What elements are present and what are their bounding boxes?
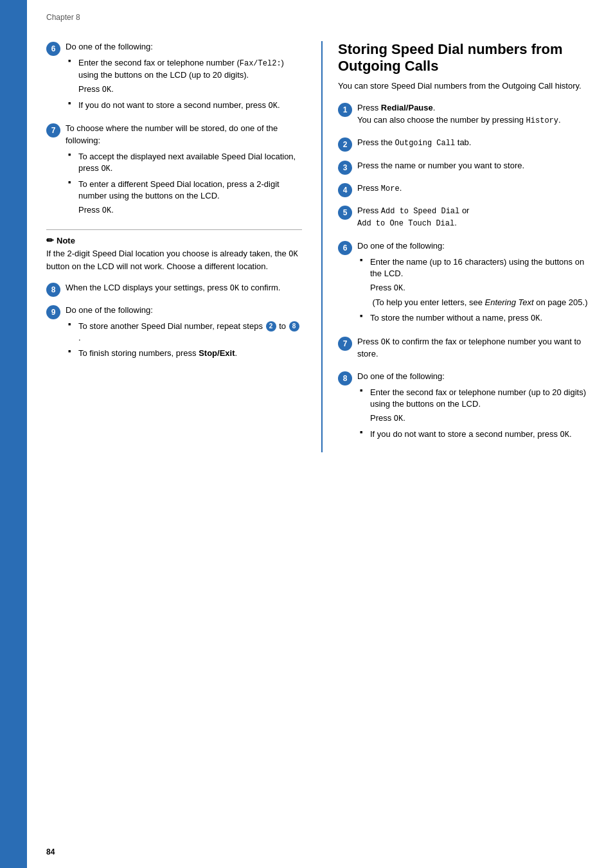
step-9-sublist: To store another Speed Dial number, repe… [68,321,302,360]
step-6-sub-1-text: Enter the second fax or telephone number… [78,58,284,80]
right-step-6-sub-1: Enter the name (up to 16 characters) usi… [360,256,594,308]
ok-code-note: OK [289,250,298,259]
right-step-1-row: 1 Press Redial/Pause.You can also choose… [338,102,594,129]
section-intro: You can store Speed Dial numbers from th… [338,80,594,92]
step-7-label: To choose where the number will be store… [66,123,302,147]
right-step-8-sub-1-text: Enter the second fax or telephone number… [370,387,586,409]
step-7-press-ok: Press OK. [78,204,302,217]
right-step-2-text: Press the Outgoing Call tab. [357,137,594,149]
step-6-sub-2: If you do not want to store a second num… [68,100,302,112]
right-step-2-content: Press the Outgoing Call tab. [357,137,594,152]
outgoing-call-code: Outgoing Call [395,139,456,148]
step-7-sub-1: To accept the displayed next available S… [68,151,302,175]
step-6-sub-2-text: If you do not want to store a second num… [78,100,280,110]
fax-tel2-code: Fax/Tel2: [240,59,281,68]
left-column: 6 Do one of the following: Enter the sec… [46,41,302,452]
right-step-8-row: 8 Do one of the following: Enter the sec… [338,371,594,445]
ok-code-r4: OK [394,414,403,423]
step-7-row: 7 To choose where the number will be sto… [46,123,302,220]
right-step-3-text: Press the name or number you want to sto… [357,160,594,172]
right-step-5-text: Press Add to Speed Dial orAdd to One Tou… [357,205,594,230]
step-7-sub-1-text: To accept the displayed next available S… [78,152,296,173]
right-step-4-row: 4 Press More. [338,182,594,197]
ok-code-r5: OK [560,430,569,439]
step-9-sub-2: To finish storing numbers, press Stop/Ex… [68,348,302,359]
ref-circle-8: 8 [289,321,299,332]
step-8-row: 8 When the LCD displays your settings, p… [46,282,302,297]
section-title: Storing Speed Dial numbers from Outgoing… [338,41,594,75]
step-7-content: To choose where the number will be store… [66,123,302,220]
ref-circle-2: 2 [266,321,276,332]
step-9-sub-1: To store another Speed Dial number, repe… [68,321,302,344]
right-step-8-sub-2-text: If you do not want to store a second num… [370,429,572,439]
right-step-8-sub-2: If you do not want to store a second num… [360,429,594,441]
right-step-7-content: Press OK to confirm the fax or telephone… [357,336,594,363]
right-step-3-circle: 3 [338,161,352,175]
right-step-6-row: 6 Do one of the following: Enter the nam… [338,240,594,328]
step-7-sub-2: To enter a different Speed Dial location… [68,179,302,217]
right-step-6-sub-1-text: Enter the name (up to 16 characters) usi… [370,257,584,278]
step-8-content: When the LCD displays your settings, pre… [66,282,302,297]
add-one-touch-code: Add to One Touch Dial [357,219,454,228]
more-code: More [381,184,400,193]
ok-code-r2: OK [531,314,540,323]
right-step-3-row: 3 Press the name or number you want to s… [338,160,594,175]
right-step-1-text: Press Redial/Pause.You can also choose t… [357,102,594,127]
step-9-row: 9 Do one of the following: To store anot… [46,305,302,363]
step-6-label: Do one of the following: [66,41,302,53]
chapter-label: Chapter 8 [46,13,594,22]
right-step-3-content: Press the name or number you want to sto… [357,160,594,175]
ok-code-r1: OK [394,284,403,293]
right-step-8-label: Do one of the following: [357,371,594,383]
step-6-press-ok-1: Press OK. [78,84,302,96]
right-step-6-label: Do one of the following: [357,240,594,252]
right-step-5-content: Press Add to Speed Dial orAdd to One Tou… [357,205,594,233]
right-step-2-row: 2 Press the Outgoing Call tab. [338,137,594,152]
note-icon: ✏ [46,235,54,245]
step-7-sublist: To accept the displayed next available S… [68,151,302,217]
right-step-8-ok: Press OK. [370,412,594,425]
right-step-4-content: Press More. [357,182,594,197]
step-8-text: When the LCD displays your settings, pre… [66,282,302,294]
step-6-circle: 6 [46,42,60,56]
step-6-content: Do one of the following: Enter the secon… [66,41,302,115]
history-code: History [526,116,558,125]
ok-code-4: OK [102,206,111,215]
right-step-6-content: Do one of the following: Enter the name … [357,240,594,328]
right-step-5-circle: 5 [338,206,352,220]
step-7-circle: 7 [46,123,60,137]
step-9-sub-2-text: To finish storing numbers, press Stop/Ex… [78,348,237,358]
entering-text-note: (To help you enter letters, see Entering… [370,297,594,308]
note-label: Note [57,236,75,245]
step-9-circle: 9 [46,305,60,319]
entering-text-italic: Entering Text [484,297,533,307]
right-step-4-text: Press More. [357,182,594,195]
step-9-label: Do one of the following: [66,305,302,317]
right-step-8-sub-1: Enter the second fax or telephone number… [360,387,594,425]
right-step-2-circle: 2 [338,137,352,152]
add-speed-dial-code: Add to Speed Dial [381,207,459,216]
note-text: If the 2-digit Speed Dial location you c… [46,248,302,272]
ok-code-3: OK [101,164,110,173]
right-step-6-sub-2: To store the number without a name, pres… [360,312,594,324]
right-step-6-sublist: Enter the name (up to 16 characters) usi… [360,256,594,324]
note-box: ✏ Note If the 2-digit Speed Dial locatio… [46,229,302,272]
page-number: 84 [46,847,55,856]
right-step-6-sub-2-text: To store the number without a name, pres… [370,313,542,323]
note-title: ✏ Note [46,235,302,245]
step-9-content: Do one of the following: To store anothe… [66,305,302,363]
right-step-4-circle: 4 [338,183,352,197]
ok-code-5: OK [230,284,239,293]
step-9-sub-1-text: To store another Speed Dial number, repe… [78,321,300,342]
right-step-8-circle: 8 [338,371,352,385]
step-6-row: 6 Do one of the following: Enter the sec… [46,41,302,115]
ok-code-r3: OK [381,338,390,347]
right-step-6-circle: 6 [338,241,352,255]
step-8-circle: 8 [46,283,60,297]
step-7-sub-2-text: To enter a different Speed Dial location… [78,179,280,200]
right-column: Storing Speed Dial numbers from Outgoing… [321,41,594,452]
right-step-5-row: 5 Press Add to Speed Dial orAdd to One T… [338,205,594,233]
redial-pause-bold: Redial/Pause [381,103,433,112]
ok-code-1: OK [102,85,111,94]
two-column-layout: 6 Do one of the following: Enter the sec… [46,41,594,452]
